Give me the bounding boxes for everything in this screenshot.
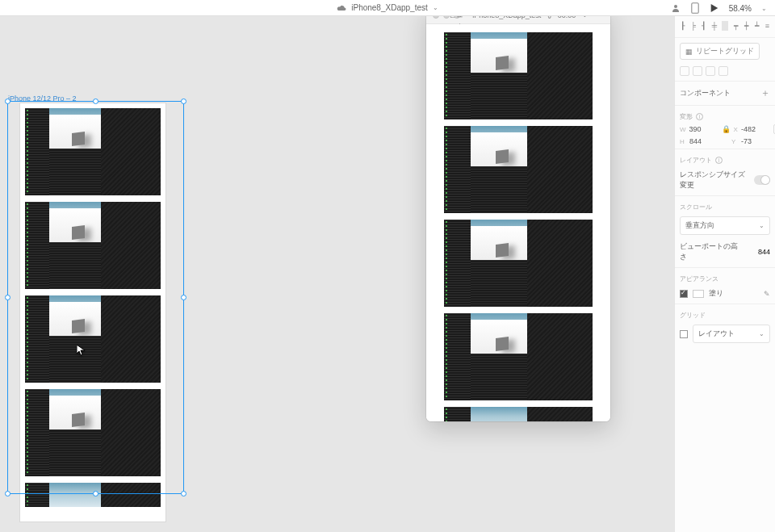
cloud-icon <box>337 4 346 12</box>
intersect-icon[interactable] <box>706 66 715 76</box>
component-label: コンポーネント <box>680 88 731 98</box>
responsive-row: レスポンシブサイズ変更 <box>675 166 775 194</box>
align-middle-icon[interactable]: ╪ <box>711 21 717 31</box>
boolean-ops <box>675 63 775 79</box>
eyedropper-icon[interactable]: ✎ <box>764 290 770 298</box>
grid-value: レイアウト <box>698 329 735 339</box>
inspector-panel: ┠ ╞ ┨ ╪ ┯ ┿ ┷ ≡ ▦ リピートグリッド コンポーネント ＋ 変形 … <box>674 16 775 532</box>
artboard-label[interactable]: iPhone 12/12 Pro – 2 <box>8 94 77 103</box>
align-bottom-icon[interactable]: ┷ <box>754 21 760 31</box>
appearance-section-label: アピアランス <box>675 270 775 285</box>
align-top-icon[interactable]: ┯ <box>733 21 739 31</box>
y-input[interactable] <box>741 137 770 145</box>
image-row <box>25 108 161 195</box>
image-row <box>25 295 161 383</box>
transform-section-label: 変形 i <box>675 107 775 123</box>
document-title-area[interactable]: iPhone8_XDapp_test ⌄ <box>337 3 438 12</box>
align-center-h-icon[interactable]: ╞ <box>690 21 696 31</box>
preview-image-row <box>444 220 593 307</box>
scroll-section-label: スクロール <box>675 198 775 213</box>
viewport-height-input[interactable] <box>743 248 770 256</box>
preview-image-row <box>444 32 593 119</box>
chevron-down-icon: ⌄ <box>759 330 765 337</box>
responsive-toggle[interactable] <box>754 175 770 185</box>
topbar-right-tools: 58.4% ⌄ <box>671 0 775 16</box>
resize-handle[interactable] <box>5 295 10 300</box>
fill-swatch[interactable] <box>693 290 704 298</box>
y-label: Y <box>731 138 738 145</box>
viewport-height-row: ビューポートの高さ <box>675 238 775 266</box>
resize-handle[interactable] <box>181 295 186 300</box>
fill-checkbox[interactable] <box>680 290 688 298</box>
repeat-grid-row: ▦ リピートグリッド <box>675 40 775 63</box>
fill-label: 塗り <box>709 288 723 299</box>
image-row <box>25 202 161 289</box>
image-row <box>25 483 161 507</box>
artboard[interactable] <box>20 103 165 522</box>
exclude-icon[interactable] <box>718 66 728 76</box>
align-toolbar: ┠ ╞ ┨ ╪ ┯ ┿ ┷ ≡ <box>675 16 775 36</box>
grid-select-row: レイアウト ⌄ <box>675 321 775 346</box>
lock-icon[interactable]: 🔒 <box>722 125 731 133</box>
preview-image-row <box>444 313 593 400</box>
x-label: X <box>734 126 738 133</box>
preview-window[interactable]: プレビュー： iPhone8_XDapp_test 00:00 ⌄ <box>426 6 610 421</box>
height-input[interactable] <box>689 137 718 145</box>
align-right-icon[interactable]: ┨ <box>701 21 706 31</box>
preview-viewport[interactable] <box>426 24 610 421</box>
device-preview-icon[interactable] <box>690 3 700 13</box>
chevron-down-icon[interactable]: ⌄ <box>761 5 767 12</box>
fill-row: 塗り ✎ <box>675 285 775 302</box>
scroll-direction-select[interactable]: 垂直方向 ⌄ <box>680 216 770 235</box>
resize-handle[interactable] <box>181 491 186 496</box>
grid-checkbox[interactable] <box>680 330 688 338</box>
scroll-select-row: 垂直方向 ⌄ <box>675 213 775 238</box>
repeat-grid-label: リピートグリッド <box>696 46 754 57</box>
width-input[interactable] <box>689 125 718 133</box>
grid-section-label: グリッド <box>675 306 775 321</box>
subtract-icon[interactable] <box>693 66 702 76</box>
transform-wx-row: W 🔒 X <box>675 123 775 136</box>
align-left-icon[interactable]: ┠ <box>680 21 685 31</box>
union-icon[interactable] <box>680 66 689 76</box>
play-icon[interactable] <box>710 3 719 13</box>
x-input[interactable] <box>741 125 770 133</box>
w-label: W <box>680 126 686 133</box>
grid-icon: ▦ <box>685 48 693 56</box>
user-icon[interactable] <box>671 3 681 13</box>
zoom-level[interactable]: 58.4% <box>729 4 752 13</box>
preview-image-row <box>444 407 593 421</box>
image-row <box>25 389 161 476</box>
separator <box>722 21 727 31</box>
design-canvas[interactable]: iPhone 12/12 Pro – 2 <box>0 16 674 532</box>
layout-section-label: レイアウト i <box>675 151 775 166</box>
align-center-v-icon[interactable]: ┿ <box>744 21 749 31</box>
distribute-icon[interactable]: ≡ <box>765 21 770 31</box>
responsive-label: レスポンシブサイズ変更 <box>680 170 751 191</box>
grid-type-select[interactable]: レイアウト ⌄ <box>693 325 770 343</box>
h-label: H <box>680 138 686 145</box>
chevron-down-icon: ⌄ <box>433 4 438 11</box>
document-title: iPhone8_XDapp_test <box>351 3 428 12</box>
info-icon[interactable]: i <box>715 157 723 164</box>
viewport-height-label: ビューポートの高さ <box>680 241 739 262</box>
resize-handle[interactable] <box>5 491 10 496</box>
transform-hy-row: H Y <box>675 136 775 147</box>
info-icon[interactable]: i <box>696 113 703 120</box>
app-topbar: iPhone8_XDapp_test ⌄ 58.4% ⌄ <box>0 0 775 16</box>
repeat-grid-button[interactable]: ▦ リピートグリッド <box>680 43 760 60</box>
chevron-down-icon: ⌄ <box>759 222 765 229</box>
component-row: コンポーネント ＋ <box>675 83 775 103</box>
add-component-icon[interactable]: ＋ <box>760 86 770 100</box>
preview-image-row <box>444 126 593 213</box>
svg-point-0 <box>674 5 677 8</box>
resize-handle[interactable] <box>181 98 186 104</box>
svg-rect-1 <box>691 3 698 14</box>
scroll-value: 垂直方向 <box>685 220 714 231</box>
